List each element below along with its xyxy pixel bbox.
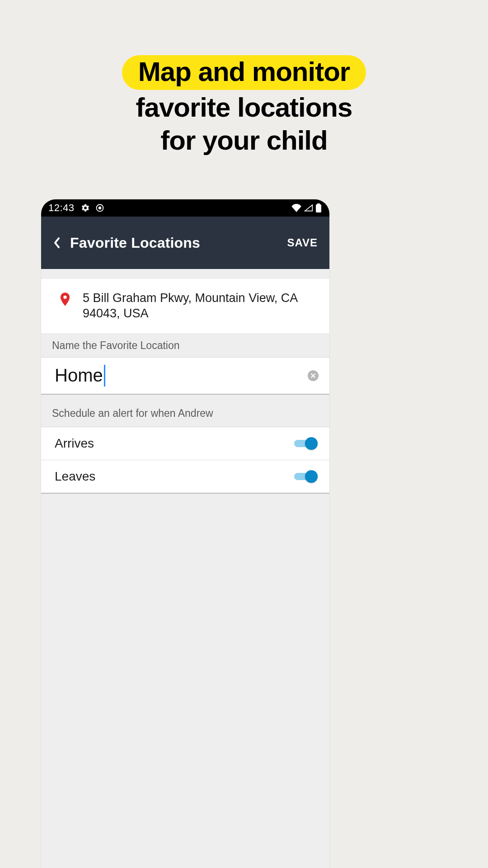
arrives-label: Arrives: [55, 436, 294, 451]
chevron-left-icon: [53, 236, 61, 249]
leaves-label: Leaves: [55, 469, 294, 484]
headline-line3: for your child: [0, 125, 488, 156]
headline-line1: Map and monitor: [122, 55, 366, 90]
location-name-value: Home: [55, 365, 103, 386]
address-text: 5 Bill Graham Pkwy, Mountain View, CA 94…: [83, 291, 318, 321]
wifi-icon: [291, 204, 301, 212]
close-icon: [310, 373, 316, 378]
svg-point-4: [63, 296, 66, 299]
back-button[interactable]: [53, 236, 61, 249]
phone-frame: 12:43 Favorite Locations SAVE 5 Bill Gra…: [41, 199, 329, 868]
spacer: [41, 269, 329, 279]
alert-section-label: Schedule an alert for when Andrew: [41, 395, 329, 427]
leaves-toggle[interactable]: [294, 470, 316, 483]
leaves-row: Leaves: [41, 460, 329, 494]
page-title: Favorite Locations: [70, 235, 287, 251]
map-pin-icon: [60, 292, 70, 308]
dnd-icon: [95, 203, 104, 212]
headline-line2: favorite locations: [0, 92, 488, 123]
location-name-input[interactable]: Home: [41, 358, 329, 395]
address-card[interactable]: 5 Bill Graham Pkwy, Mountain View, CA 94…: [41, 279, 329, 333]
name-section-label: Name the Favorite Location: [41, 333, 329, 358]
status-bar: 12:43: [41, 199, 329, 217]
app-bar: Favorite Locations SAVE: [41, 217, 329, 269]
status-time: 12:43: [48, 202, 75, 214]
arrives-toggle[interactable]: [294, 437, 316, 450]
svg-point-1: [98, 207, 101, 210]
gear-icon: [81, 203, 90, 212]
battery-icon: [316, 203, 321, 212]
text-caret: [104, 365, 105, 387]
marketing-headline: Map and monitor favorite locations for y…: [0, 0, 488, 156]
save-button[interactable]: SAVE: [287, 236, 318, 249]
svg-rect-2: [316, 204, 321, 212]
arrives-row: Arrives: [41, 427, 329, 460]
svg-rect-3: [317, 203, 320, 205]
cell-signal-icon: [304, 204, 313, 212]
clear-input-button[interactable]: [308, 370, 319, 381]
